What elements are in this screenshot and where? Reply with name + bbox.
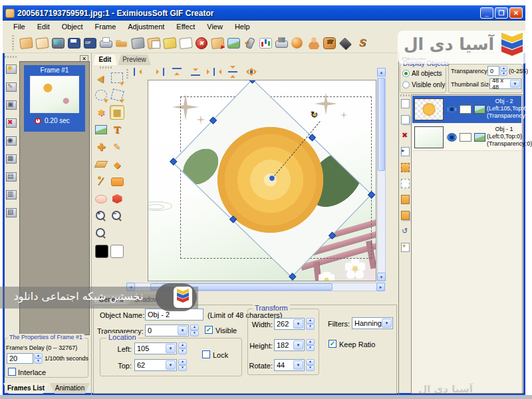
menu-adjustment[interactable]: Adjustment: [122, 22, 170, 31]
tab-preview[interactable]: Preview: [118, 55, 151, 65]
fill-tool-icon[interactable]: [110, 157, 124, 172]
top-spinner[interactable]: [178, 359, 187, 371]
insert-image-icon[interactable]: [225, 35, 241, 51]
paste-icon[interactable]: [162, 35, 178, 51]
scroll-right-icon[interactable]: ►: [376, 283, 385, 291]
new-from-template-icon[interactable]: [34, 35, 50, 51]
save-icon[interactable]: [66, 35, 82, 51]
frame-properties-icon[interactable]: [5, 82, 17, 92]
pointer-tool-icon[interactable]: [94, 70, 108, 85]
color-box[interactable]: [460, 133, 471, 142]
thumbnail-size-dropdown[interactable]: 48 x 48: [489, 78, 521, 89]
capture-screen-icon[interactable]: [50, 35, 66, 51]
align-top-icon[interactable]: [169, 66, 185, 77]
object-list-item-obj2[interactable]: Obj - 2 (Left:105,Top:62) (Transparency:…: [412, 96, 521, 123]
objects-toolbar-gripper[interactable]: [400, 94, 410, 96]
frame-delay-spinner[interactable]: [34, 353, 43, 364]
canvas-image[interactable]: ↻: [148, 80, 376, 281]
keep-ratio-checkbox[interactable]: [329, 340, 336, 348]
extract-frame-icon[interactable]: [209, 35, 225, 51]
height-combo[interactable]: 182: [274, 339, 305, 351]
close-button[interactable]: ✕: [509, 7, 523, 19]
menu-view[interactable]: View: [201, 22, 228, 31]
new-object-icon[interactable]: [400, 98, 410, 108]
scroll-down-icon[interactable]: ▼: [377, 273, 386, 281]
resize-handle-sw[interactable]: [170, 158, 177, 165]
cube-object-icon[interactable]: [337, 35, 353, 51]
zoom-in-tool-icon[interactable]: [94, 209, 108, 223]
tools-icon[interactable]: [241, 35, 257, 51]
transparency-combo[interactable]: 0: [145, 325, 189, 336]
duplicate-object-icon[interactable]: [400, 114, 410, 124]
title-bar[interactable]: 2005617193759591.jpg:1 - EximiousSoft GI…: [3, 5, 525, 21]
height-spinner[interactable]: [306, 339, 315, 351]
scroll-up-icon[interactable]: ▲: [377, 68, 386, 76]
film-strip-icon-1[interactable]: [5, 154, 17, 164]
frame-delay-input[interactable]: 20: [7, 353, 33, 364]
copy-icon[interactable]: [146, 35, 162, 51]
image-icon[interactable]: [474, 105, 485, 114]
align-right-icon[interactable]: [150, 66, 166, 77]
rotate-spinner[interactable]: [306, 359, 315, 371]
select-object-tool-icon[interactable]: [110, 70, 124, 85]
left-spinner[interactable]: [178, 342, 187, 354]
center-horizontal-icon[interactable]: [206, 66, 222, 77]
crop-tool-icon[interactable]: [110, 105, 124, 120]
export-gif-icon[interactable]: [82, 35, 98, 51]
visibility-eye-icon[interactable]: [447, 133, 457, 142]
delete-icon[interactable]: [194, 35, 209, 51]
copy-frame-icon[interactable]: [5, 100, 17, 110]
sphere-object-icon[interactable]: [289, 35, 305, 51]
filters-dropdown[interactable]: Hanning: [352, 317, 393, 329]
delete-frame-icon[interactable]: [5, 118, 17, 128]
eraser-tool-icon[interactable]: [94, 157, 108, 172]
rotate-object-icon[interactable]: [400, 226, 410, 236]
object-list-item-obj1[interactable]: Obj - 1 (Left:0,Top:0) (Transparency:0): [412, 124, 521, 151]
menu-help[interactable]: Help: [229, 22, 255, 31]
resize-handle-se[interactable]: [289, 273, 296, 280]
delete-star-icon[interactable]: [5, 64, 17, 74]
panel-transparency-input[interactable]: 0: [487, 66, 499, 76]
image-tool-icon[interactable]: [94, 122, 108, 137]
magic-wand-tool-icon[interactable]: [94, 105, 108, 120]
ellipse-tool-icon[interactable]: [94, 192, 108, 206]
rotate-cursor-icon[interactable]: ↻: [311, 110, 318, 120]
maximize-button[interactable]: ❐: [495, 7, 508, 19]
text-tool-icon[interactable]: [110, 122, 124, 137]
puzzle-tool-icon[interactable]: [94, 140, 108, 154]
print-icon[interactable]: [98, 35, 114, 51]
menu-object[interactable]: Object: [57, 22, 88, 31]
frame-item-1[interactable]: Frame #1 0.20 sec: [24, 65, 85, 132]
new-icon[interactable]: [18, 35, 34, 51]
arrange-object-icon[interactable]: [400, 210, 410, 220]
print-preview-icon[interactable]: [273, 35, 289, 51]
banner-object-icon[interactable]: [353, 35, 369, 51]
visibility-eye-icon[interactable]: [447, 105, 457, 114]
film-strip-icon-3[interactable]: [5, 190, 17, 200]
minimize-button[interactable]: _: [480, 7, 493, 19]
polygon-tool-icon[interactable]: [110, 192, 124, 206]
image-icon[interactable]: [474, 133, 485, 142]
menu-edit[interactable]: Edit: [32, 22, 55, 31]
scan-import-icon[interactable]: [130, 35, 146, 51]
toolbar-gripper[interactable]: [12, 35, 14, 50]
export-object-icon[interactable]: [400, 146, 410, 156]
panel-transparency-spinner[interactable]: [500, 66, 507, 76]
phone-object-icon[interactable]: [321, 35, 337, 51]
zoom-tool-icon[interactable]: [94, 226, 108, 241]
foreground-color-swatch[interactable]: [95, 245, 108, 258]
film-strip-icon-4[interactable]: [5, 207, 17, 218]
select-object-icon[interactable]: [400, 178, 410, 188]
zoom-out-tool-icon[interactable]: [110, 209, 124, 223]
group-object-icon[interactable]: [400, 194, 410, 204]
align-toolbar-gripper[interactable]: [126, 69, 128, 80]
transparency-spinner[interactable]: [190, 325, 199, 336]
left-combo[interactable]: 105: [134, 342, 177, 354]
tab-edit[interactable]: Edit: [93, 55, 117, 65]
menu-file[interactable]: File: [8, 22, 31, 31]
tab-animation[interactable]: Animation: [50, 383, 90, 394]
rotation-center-handle[interactable]: [269, 175, 275, 182]
vscroll-thumb[interactable]: [378, 78, 385, 171]
character-object-icon[interactable]: [305, 35, 321, 51]
camera-icon[interactable]: [5, 136, 17, 146]
